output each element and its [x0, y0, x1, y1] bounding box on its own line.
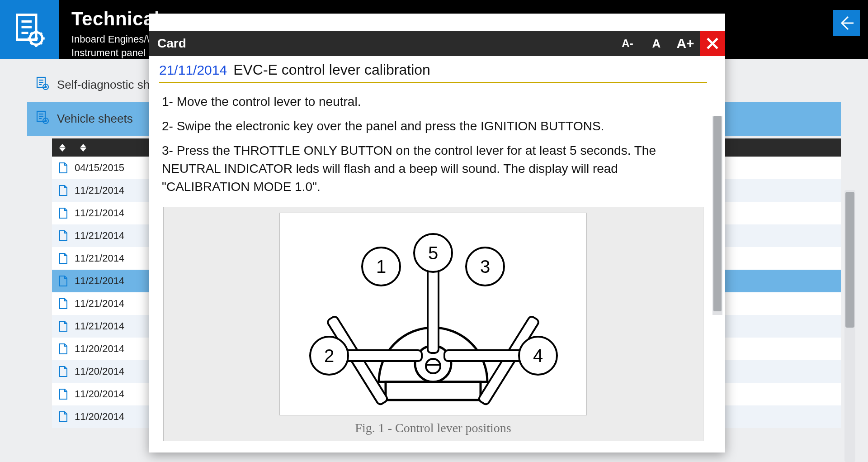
doc-gear-icon: [35, 76, 50, 94]
row-date: 11/21/2014: [75, 230, 124, 242]
row-date: 11/21/2014: [75, 320, 124, 332]
row-date: 11/21/2014: [75, 207, 124, 219]
step-text: 2- Swipe the electronic key over the pan…: [162, 117, 704, 135]
page-scrollbar[interactable]: [844, 190, 855, 462]
document-icon: [58, 230, 68, 242]
svg-line-10: [31, 33, 33, 35]
modal-title: Card: [157, 36, 186, 51]
document-icon: [58, 343, 68, 355]
row-date: 04/15/2015: [75, 162, 124, 174]
breadcrumb: Inboard Engines/\ Instrument panel: [71, 33, 160, 60]
svg-line-12: [40, 33, 42, 35]
doc-gear-icon: [11, 11, 47, 48]
modal-scrollbar-thumb[interactable]: [713, 116, 722, 311]
svg-line-13: [31, 43, 33, 44]
sort-column-2[interactable]: [73, 138, 94, 157]
arrow-left-icon: [838, 15, 854, 31]
document-icon: [58, 275, 68, 287]
step-text: 3- Press the THROTTLE ONLY BUTTON on the…: [162, 142, 704, 196]
app-title: Technical: [71, 8, 160, 30]
close-icon: [706, 37, 719, 50]
document-icon: [58, 366, 68, 377]
sort-column-1[interactable]: [52, 138, 73, 157]
card-title: EVC-E control lever calibration: [233, 62, 430, 78]
document-icon: [58, 207, 68, 219]
document-icon: [58, 411, 68, 423]
figure: 5 1 3 2 4 Fig. 1 - Control lever positio…: [163, 207, 703, 441]
document-icon: [58, 298, 68, 310]
document-icon: [58, 252, 68, 264]
card-modal: Card A- A A+ 21/11/2014 EVC-E control le…: [149, 14, 725, 452]
row-date: 11/20/2014: [75, 366, 124, 377]
nav-label: Vehicle sheets: [57, 112, 133, 126]
row-date: 11/21/2014: [75, 185, 124, 196]
page-scrollbar-thumb[interactable]: [845, 192, 854, 328]
svg-line-11: [40, 43, 42, 44]
steps: 1- Move the control lever to neutral.2- …: [162, 93, 704, 196]
lever-label-2: 2: [324, 346, 334, 366]
row-date: 11/20/2014: [75, 411, 124, 423]
figure-image: 5 1 3 2 4: [279, 213, 587, 415]
modal-body: 21/11/2014 EVC-E control lever calibrati…: [149, 56, 725, 452]
step-text: 1- Move the control lever to neutral.: [162, 93, 704, 111]
svg-rect-33: [428, 264, 439, 353]
card-heading: 21/11/2014 EVC-E control lever calibrati…: [159, 62, 707, 83]
close-button[interactable]: [700, 31, 725, 56]
modal-header: Card A- A A+: [149, 31, 725, 56]
svg-point-26: [45, 120, 47, 122]
svg-point-5: [34, 37, 38, 40]
nav-label: Self-diagnostic sh: [57, 78, 150, 92]
font-increase-button[interactable]: A+: [671, 31, 700, 56]
back-button[interactable]: [833, 10, 860, 36]
svg-point-20: [45, 86, 47, 88]
row-date: 11/20/2014: [75, 388, 124, 400]
lever-label-1: 1: [376, 257, 386, 276]
document-icon: [58, 388, 68, 400]
svg-point-31: [426, 359, 440, 373]
doc-gear-icon: [35, 110, 50, 128]
topbar-text: Technical Inboard Engines/\ Instrument p…: [59, 0, 160, 60]
lever-label-4: 4: [533, 346, 543, 366]
lever-label-5: 5: [428, 243, 438, 263]
app-logo: [0, 0, 59, 59]
document-icon: [58, 320, 68, 332]
row-date: 11/21/2014: [75, 298, 124, 310]
row-date: 11/20/2014: [75, 343, 124, 355]
card-date: 21/11/2014: [159, 62, 227, 78]
svg-rect-29: [386, 382, 481, 400]
lever-label-3: 3: [480, 257, 490, 276]
row-date: 11/21/2014: [75, 252, 124, 264]
font-decrease-button[interactable]: A-: [613, 31, 642, 56]
document-icon: [58, 185, 68, 196]
font-reset-button[interactable]: A: [642, 31, 671, 56]
row-date: 11/21/2014: [75, 275, 124, 287]
document-icon: [58, 162, 68, 174]
control-lever-diagram: 5 1 3 2 4: [288, 219, 578, 409]
modal-scrollbar[interactable]: [712, 116, 722, 315]
figure-caption: Fig. 1 - Control lever positions: [169, 421, 698, 435]
